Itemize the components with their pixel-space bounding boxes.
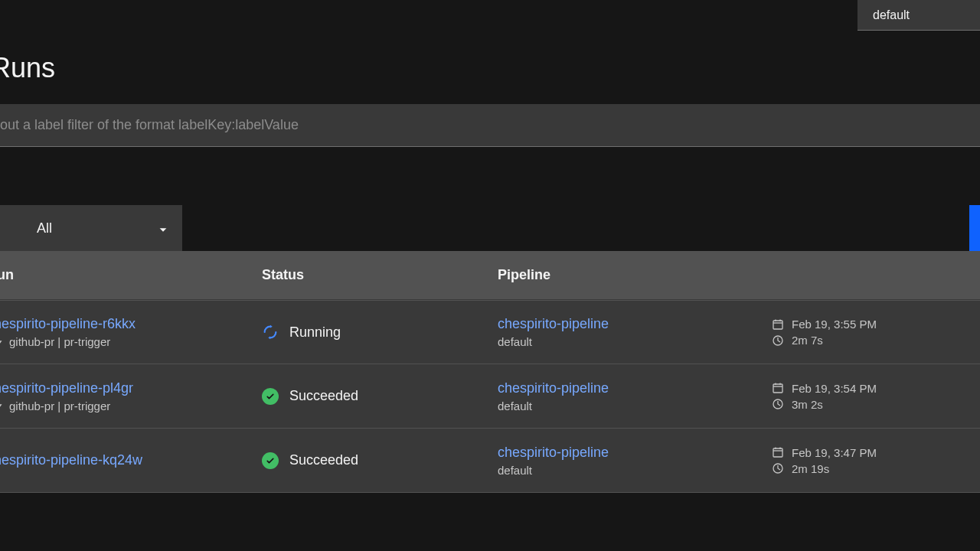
running-icon: [262, 324, 279, 341]
time-cell: Feb 19, 3:47 PM 2m 19s: [772, 446, 980, 475]
calendar-icon: [772, 446, 784, 458]
status-label: Succeeded: [289, 388, 358, 404]
spacer: [0, 147, 980, 205]
pipeline-link[interactable]: chespirito-pipeline: [498, 380, 772, 396]
svg-rect-0: [773, 321, 782, 329]
run-cell: hespirito-pipeline-kq24w: [0, 452, 262, 468]
duration: 2m 7s: [792, 334, 823, 347]
time-cell: Feb 19, 3:54 PM 3m 2s: [772, 382, 980, 411]
run-cell: hespirito-pipeline-pl4gr github-pr | pr-…: [0, 380, 262, 412]
pipeline-namespace: default: [498, 335, 772, 348]
pipeline-namespace: default: [498, 399, 772, 412]
toolbar-spacer: [182, 205, 969, 251]
run-trigger-text: github-pr | pr-trigger: [9, 335, 110, 348]
label-filter-input[interactable]: [0, 104, 934, 146]
pipeline-cell: chespirito-pipeline default: [498, 316, 772, 348]
run-trigger: github-pr | pr-trigger: [0, 335, 262, 348]
namespace-label: default: [873, 8, 910, 22]
trigger-icon: [0, 400, 5, 411]
pipelinerun-link[interactable]: hespirito-pipeline-r6kkx: [0, 316, 262, 332]
chevron-down-icon: [158, 223, 168, 233]
duration: 2m 19s: [792, 462, 829, 475]
pipeline-cell: chespirito-pipeline default: [498, 445, 772, 477]
created-time: Feb 19, 3:47 PM: [792, 446, 877, 459]
table-row: hespirito-pipeline-r6kkx github-pr | pr-…: [0, 300, 980, 364]
created-time: Feb 19, 3:55 PM: [792, 318, 877, 331]
pipeline-cell: chespirito-pipeline default: [498, 380, 772, 412]
column-header-run: un: [0, 267, 262, 283]
run-trigger: github-pr | pr-trigger: [0, 399, 262, 412]
status-filter-dropdown[interactable]: All: [0, 205, 182, 251]
run-trigger-text: github-pr | pr-trigger: [9, 399, 110, 412]
primary-action-button-edge[interactable]: [969, 205, 980, 251]
clock-icon: [772, 334, 784, 347]
svg-rect-5: [773, 384, 782, 393]
table-header: un Status Pipeline: [0, 251, 980, 300]
status-filter-value: All: [37, 220, 52, 236]
pipelinerun-link[interactable]: hespirito-pipeline-kq24w: [0, 452, 262, 468]
page-title: ineRuns: [0, 31, 980, 104]
column-header-status: Status: [262, 267, 498, 283]
status-cell: Succeeded: [262, 388, 498, 405]
column-header-pipeline: Pipeline: [498, 267, 772, 283]
top-bar: default: [0, 0, 980, 31]
table-row: hespirito-pipeline-pl4gr github-pr | pr-…: [0, 364, 980, 429]
succeeded-icon: [262, 452, 279, 469]
status-label: Succeeded: [289, 452, 358, 468]
clock-icon: [772, 398, 784, 410]
time-cell: Feb 19, 3:55 PM 2m 7s: [772, 318, 980, 347]
calendar-icon: [772, 382, 784, 394]
pipelinerun-link[interactable]: hespirito-pipeline-pl4gr: [0, 380, 262, 396]
namespace-selector[interactable]: default: [858, 0, 980, 31]
status-cell: Succeeded: [262, 452, 498, 469]
calendar-icon: [772, 318, 784, 331]
pipeline-link[interactable]: chespirito-pipeline: [498, 445, 772, 461]
run-cell: hespirito-pipeline-r6kkx github-pr | pr-…: [0, 316, 262, 348]
pipeline-namespace: default: [498, 464, 772, 477]
duration: 3m 2s: [792, 398, 823, 411]
label-filter-bar: [0, 104, 980, 147]
pipeline-link[interactable]: chespirito-pipeline: [498, 316, 772, 332]
status-label: Running: [289, 324, 341, 341]
created-time: Feb 19, 3:54 PM: [792, 382, 877, 395]
clock-icon: [772, 462, 784, 474]
table-toolbar: All: [0, 205, 980, 251]
status-cell: Running: [262, 324, 498, 341]
table-body: hespirito-pipeline-r6kkx github-pr | pr-…: [0, 300, 980, 493]
trigger-icon: [0, 337, 5, 347]
svg-rect-10: [773, 448, 782, 457]
succeeded-icon: [262, 388, 279, 405]
table-row: hespirito-pipeline-kq24w Succeeded chesp…: [0, 429, 980, 493]
